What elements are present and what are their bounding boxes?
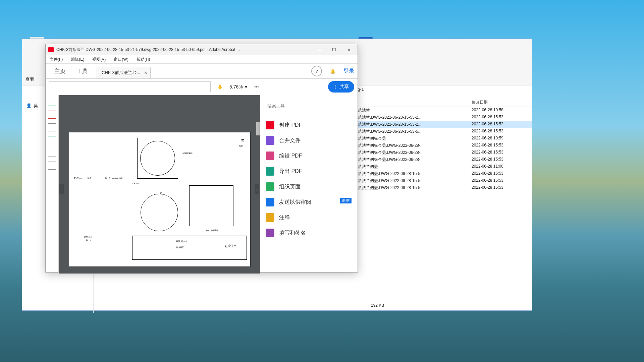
- view-front: [141, 194, 178, 231]
- tab-document[interactable]: CHK-3前爪法兰.D... ✕: [97, 67, 151, 78]
- tools-panel: 创建 PDF合并文件编辑 PDF导出 PDF组织页面发送以供审阅新增注释填写和签…: [260, 95, 358, 274]
- sidebar-user-label: 吴: [34, 103, 38, 109]
- revision-label: 修改标记: [176, 246, 184, 249]
- menubar: 文件(F) 编辑(E) 视图(V) 窗口(W) 帮助(H): [46, 55, 358, 64]
- menu-file[interactable]: 文件(F): [48, 56, 65, 63]
- menu-edit[interactable]: 编辑(E): [69, 56, 86, 63]
- expand-left-icon[interactable]: ▸: [59, 184, 64, 194]
- tool-item[interactable]: 组织页面: [264, 179, 354, 194]
- material-label: 材质: 铝合金: [176, 240, 187, 243]
- toolbar: ✋ 5.76% ▾ ••• ⇧ 共享: [46, 79, 358, 95]
- tool-item[interactable]: 导出 PDF: [264, 164, 354, 179]
- tool-label: 导出 PDF: [279, 168, 302, 175]
- tool-icon: [266, 121, 274, 129]
- technical-drawing: 4-M10深18 3.2 其余 配1只16011zz 轴承 配1只16011zz…: [72, 135, 248, 264]
- find-input[interactable]: [49, 81, 211, 92]
- document-viewport[interactable]: ▸ ▸ 4-M10深18 3.2 其余 配1只16011zz 轴承 配1只160…: [59, 95, 260, 274]
- close-button[interactable]: ✕: [341, 44, 356, 55]
- file-date: 2022-06-28 15:53: [472, 122, 532, 127]
- chamfer-note: 4.X 45°: [132, 183, 139, 185]
- expand-right-icon[interactable]: ▸: [255, 184, 259, 194]
- tool-icon: [266, 167, 274, 176]
- tab-close-icon[interactable]: ✕: [144, 70, 148, 75]
- tool-item[interactable]: 合并文件: [264, 133, 354, 148]
- title-block: 材质: 铝合金 修改标记 前爪法兰: [132, 236, 247, 260]
- file-date: 2022-06-28 15:53: [472, 115, 532, 120]
- tool-icon: [266, 198, 274, 206]
- hand-tool-icon[interactable]: ✋: [215, 82, 225, 92]
- menu-window[interactable]: 窗口(W): [112, 56, 130, 63]
- callout-holes: 4-M10深18: [182, 152, 193, 155]
- more-icon[interactable]: •••: [252, 82, 261, 92]
- rail-icon-4[interactable]: [48, 136, 56, 144]
- acrobat-icon: [48, 47, 54, 52]
- new-badge: 新增: [340, 198, 352, 203]
- zoom-control[interactable]: 5.76% ▾: [229, 84, 247, 89]
- pdf-page: 4-M10深18 3.2 其余 配1只16011zz 轴承 配1只16011zz…: [69, 132, 251, 267]
- surface-finish: 3.2: [241, 140, 244, 142]
- scrollbar-thumb[interactable]: [256, 122, 260, 135]
- col-date[interactable]: 修改日期: [472, 100, 532, 105]
- tab-tools[interactable]: 工具: [71, 64, 93, 78]
- breadcrumb-text: g-1: [358, 87, 364, 92]
- tool-item[interactable]: 填写和签名: [264, 225, 354, 241]
- rail-icon-1[interactable]: [48, 98, 56, 106]
- tools-search-input[interactable]: [264, 100, 354, 111]
- view-top: [137, 138, 178, 179]
- tool-icon: [266, 213, 274, 222]
- left-rail: [46, 95, 59, 274]
- rail-icon-6[interactable]: [48, 162, 56, 170]
- note-rest: 其余: [239, 144, 243, 147]
- rail-icon-5[interactable]: [48, 149, 56, 157]
- tool-item[interactable]: 注释: [264, 210, 354, 225]
- bell-icon[interactable]: 🔔: [328, 66, 337, 76]
- file-date: 2022-06-28 15:53: [472, 178, 532, 184]
- chevron-down-icon: ▾: [245, 84, 247, 89]
- rail-icon-2[interactable]: [48, 111, 56, 119]
- menu-help[interactable]: 帮助(H): [135, 56, 152, 63]
- maximize-button[interactable]: ☐: [327, 44, 341, 55]
- tool-label: 编辑 PDF: [279, 153, 302, 160]
- section-label: 剖面 A-A: [84, 236, 92, 239]
- share-button[interactable]: ⇧ 共享: [328, 81, 354, 93]
- rail-icon-3[interactable]: [48, 123, 56, 131]
- file-date: 2022-06-28 10:58: [472, 108, 532, 113]
- tab-home[interactable]: 主页: [49, 64, 71, 78]
- tool-label: 组织页面: [279, 183, 301, 190]
- share-label: 共享: [339, 84, 349, 90]
- status-size: 292 KB: [371, 303, 384, 308]
- file-date: 2022-06-28 15:53: [472, 150, 532, 156]
- tool-label: 合并文件: [279, 137, 301, 144]
- ribbon-view-tab[interactable]: 查看: [25, 76, 34, 82]
- acrobat-window: CHK-3前爪法兰.DWG-2022-06-28-15-53-21-579.dw…: [45, 44, 358, 273]
- tool-label: 注释: [279, 214, 290, 221]
- user-icon: 👤: [26, 103, 32, 109]
- tool-icon: [266, 152, 274, 160]
- titlebar[interactable]: CHK-3前爪法兰.DWG-2022-06-28-15-53-21-579.dw…: [46, 44, 358, 55]
- tool-label: 发送以供审阅: [279, 199, 311, 206]
- file-date: 2022-06-28 15:53: [472, 171, 532, 177]
- tool-item[interactable]: 编辑 PDF: [264, 148, 354, 164]
- file-date: 2022-06-28 15:53: [472, 157, 532, 163]
- bearing-note-1: 配1只16011zz 轴承: [74, 177, 91, 180]
- view-right: [189, 185, 233, 226]
- thread-note: 2-M10X1深10: [206, 229, 218, 232]
- file-date: 2022-06-28 11:00: [472, 164, 532, 170]
- tool-label: 填写和签名: [279, 230, 306, 237]
- menu-view[interactable]: 视图(V): [90, 56, 108, 63]
- login-link[interactable]: 登录: [343, 68, 354, 75]
- tool-icon: [266, 229, 274, 237]
- file-date: 2022-06-28 15:53: [472, 143, 532, 148]
- zoom-value: 5.76%: [229, 84, 243, 89]
- circle-outline: [140, 141, 175, 176]
- tool-icon: [266, 136, 274, 145]
- scale-label: 比例 1:2: [84, 239, 91, 242]
- part-name: 前爪法兰: [224, 244, 236, 248]
- tool-item[interactable]: 创建 PDF: [264, 117, 354, 133]
- help-icon[interactable]: ?: [311, 66, 322, 76]
- bearing-note-2: 配1只16011zz 轴承: [105, 177, 123, 180]
- tool-item[interactable]: 发送以供审阅新增: [264, 194, 354, 210]
- workspace: ▸ ▸ 4-M10深18 3.2 其余 配1只16011zz 轴承 配1只160…: [46, 95, 358, 274]
- tabbar: 主页 工具 CHK-3前爪法兰.D... ✕ ? 🔔 登录: [46, 64, 358, 79]
- minimize-button[interactable]: —: [312, 44, 327, 55]
